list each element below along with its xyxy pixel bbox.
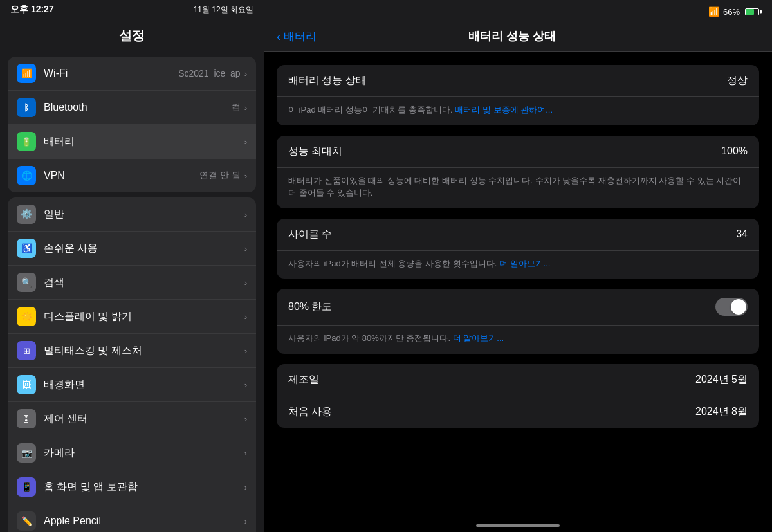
general-label: 일반 (44, 208, 244, 221)
accessibility-chevron: › (244, 244, 247, 253)
multitask-label: 멀티태스킹 및 제스처 (44, 344, 244, 358)
sidebar-item-general[interactable]: ⚙️ 일반 › (8, 197, 256, 232)
battery-status-icon (745, 8, 759, 15)
control-label: 제어 센터 (44, 412, 244, 426)
manufacture-date-value: 2024년 5월 (695, 373, 748, 387)
right-panel: 📶 66% ‹ 배터리 배터리 성능 상태 배터리 성능 상태 정상 이 iPa… (264, 0, 772, 532)
cycle-count-description: 사용자의 iPad가 배터리 전체 용량을 사용한 횟수입니다. 더 알아보기.… (277, 251, 759, 279)
cycle-count-link[interactable]: 더 알아보기... (499, 259, 550, 268)
vpn-value: 연결 안 됨 (199, 170, 241, 181)
homescreen-chevron: › (244, 482, 247, 492)
settings-list: 📶 Wi-Fi Sc2021_ice_ap › ᛒ Bluetooth 컴 › … (0, 51, 264, 532)
sidebar-item-battery[interactable]: 🔋 배터리 › (8, 125, 256, 159)
max-capacity-card: 성능 최대치 100% 배터리가 신품이었을 때의 성능에 대비한 배터리 성능… (277, 136, 759, 208)
sidebar-item-wifi[interactable]: 📶 Wi-Fi Sc2021_ice_ap › (8, 57, 256, 91)
system-section: ⚙️ 일반 › ♿ 손쉬운 사용 › 🔍 검색 › (8, 197, 256, 532)
vpn-label: VPN (44, 170, 199, 181)
sidebar-item-wallpaper[interactable]: 🖼 배경화면 › (8, 368, 256, 402)
network-section: 📶 Wi-Fi Sc2021_ice_ap › ᛒ Bluetooth 컴 › … (8, 57, 256, 192)
max-capacity-row: 성능 최대치 100% (277, 136, 759, 168)
back-chevron-icon: ‹ (277, 29, 281, 44)
vpn-chevron: › (244, 171, 247, 181)
right-nav-bar: ‹ 배터리 배터리 성능 상태 (264, 23, 772, 52)
max-capacity-description: 배터리가 신품이었을 때의 성능에 대비한 배터리 성능 수치입니다. 수치가 … (277, 168, 759, 208)
limit-80-link[interactable]: 더 알아보기... (453, 333, 504, 343)
search-settings-icon: 🔍 (17, 273, 36, 292)
battery-health-desc-text: 이 iPad 배터리 성능이 기대치를 충족합니다. (288, 105, 453, 115)
wifi-label: Wi-Fi (44, 68, 178, 79)
camera-icon: 📷 (17, 443, 36, 463)
sidebar-item-search[interactable]: 🔍 검색 › (8, 266, 256, 300)
limit-80-desc-text: 사용자의 iPad가 약 80%까지만 충전됩니다. (288, 333, 450, 343)
limit-80-toggle[interactable] (715, 298, 748, 316)
battery-icon: 🔋 (17, 132, 36, 151)
battery-percentage: 66% (723, 7, 740, 17)
general-chevron: › (244, 210, 247, 219)
control-icon: 🎛 (17, 409, 36, 428)
left-panel: 오후 12:27 11월 12일 화요일 설정 📶 Wi-Fi Sc2021_i… (0, 0, 264, 532)
bluetooth-value: 컴 (232, 102, 241, 113)
bluetooth-chevron: › (244, 103, 247, 113)
max-capacity-value: 100% (721, 145, 748, 157)
left-header: 설정 (0, 18, 264, 51)
search-chevron: › (244, 278, 247, 288)
page-title: 배터리 성능 상태 (468, 28, 556, 44)
battery-health-row: 배터리 성능 상태 정상 (277, 65, 759, 97)
bluetooth-icon: ᛒ (17, 98, 36, 117)
vpn-icon: 🌐 (17, 166, 36, 185)
right-content-area: 배터리 성능 상태 정상 이 iPad 배터리 성능이 기대치를 충족합니다. … (264, 52, 772, 519)
cycle-count-label: 사이클 수 (288, 228, 332, 241)
max-capacity-label: 성능 최대치 (288, 145, 342, 158)
battery-fill (746, 9, 754, 15)
left-status-bar: 오후 12:27 11월 12일 화요일 (0, 0, 264, 18)
battery-health-card: 배터리 성능 상태 정상 이 iPad 배터리 성능이 기대치를 충족합니다. … (277, 65, 759, 125)
home-indicator (476, 524, 560, 527)
status-date: 11월 12일 화요일 (194, 5, 253, 15)
cycle-count-desc-text: 사용자의 iPad가 배터리 전체 용량을 사용한 횟수입니다. (288, 259, 497, 268)
display-icon: ☀️ (17, 307, 36, 326)
accessibility-icon: ♿ (17, 239, 36, 258)
limit-80-description: 사용자의 iPad가 약 80%까지만 충전됩니다. 더 알아보기... (277, 326, 759, 354)
back-label: 배터리 (284, 29, 317, 44)
pencil-chevron: › (244, 517, 247, 526)
sidebar-item-vpn[interactable]: 🌐 VPN 연결 안 됨 › (8, 159, 256, 192)
wifi-value: Sc2021_ice_ap (178, 68, 241, 78)
wallpaper-icon: 🖼 (17, 375, 36, 394)
sidebar-item-display[interactable]: ☀️ 디스플레이 및 밝기 › (8, 300, 256, 334)
manufacture-date-row: 제조일 2024년 5월 (277, 364, 759, 396)
limit-80-label: 80% 한도 (288, 300, 332, 314)
sidebar-item-camera[interactable]: 📷 카메라 › (8, 436, 256, 470)
sidebar-item-bluetooth[interactable]: ᛒ Bluetooth 컴 › (8, 91, 256, 125)
settings-title: 설정 (119, 28, 145, 42)
first-use-label: 처음 사용 (288, 405, 332, 419)
status-time: 오후 12:27 (10, 4, 54, 15)
sidebar-item-multitask[interactable]: ⊞ 멀티태스킹 및 제스처 › (8, 334, 256, 368)
first-use-value: 2024년 8월 (695, 405, 748, 419)
sidebar-item-accessibility[interactable]: ♿ 손쉬운 사용 › (8, 232, 256, 266)
limit-80-row: 80% 한도 (277, 289, 759, 326)
manufacture-date-label: 제조일 (288, 373, 319, 387)
toggle-knob (731, 299, 746, 315)
wallpaper-label: 배경화면 (44, 378, 244, 392)
wallpaper-chevron: › (244, 380, 247, 390)
bluetooth-label: Bluetooth (44, 102, 232, 113)
homescreen-icon: 📱 (17, 477, 36, 497)
max-capacity-desc-text: 배터리가 신품이었을 때의 성능에 대비한 배터리 성능 수치입니다. 수치가 … (288, 176, 741, 198)
display-chevron: › (244, 312, 247, 322)
cycle-count-row: 사이클 수 34 (277, 219, 759, 251)
battery-health-description: 이 iPad 배터리 성능이 기대치를 충족합니다. 배터리 및 보증에 관하여… (277, 97, 759, 125)
pencil-icon: ✏️ (17, 511, 36, 531)
first-use-row: 처음 사용 2024년 8월 (277, 396, 759, 428)
status-indicators: 📶 66% (708, 6, 759, 17)
back-button[interactable]: ‹ 배터리 (277, 29, 317, 44)
sidebar-item-homescreen[interactable]: 📱 홈 화면 및 앱 보관함 › (8, 470, 256, 504)
dates-card: 제조일 2024년 5월 처음 사용 2024년 8월 (277, 364, 759, 428)
wifi-chevron: › (244, 69, 247, 78)
sidebar-item-control-center[interactable]: 🎛 제어 센터 › (8, 402, 256, 436)
battery-chevron: › (244, 137, 247, 147)
accessibility-label: 손쉬운 사용 (44, 242, 244, 255)
sidebar-item-pencil[interactable]: ✏️ Apple Pencil › (8, 504, 256, 532)
multitask-chevron: › (244, 346, 247, 356)
battery-health-link[interactable]: 배터리 및 보증에 관하여... (455, 105, 553, 115)
homescreen-label: 홈 화면 및 앱 보관함 (44, 481, 244, 494)
